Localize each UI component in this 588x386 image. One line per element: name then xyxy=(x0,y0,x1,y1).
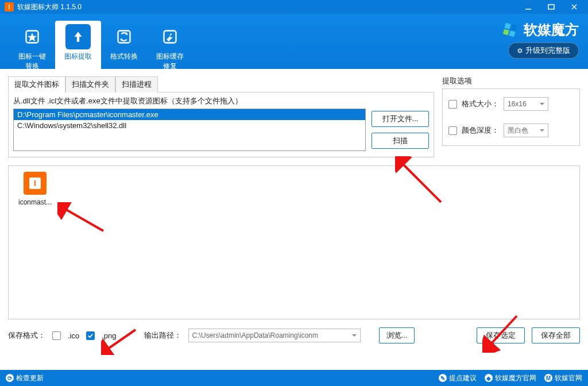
extract-hint: 从.dll文件 .icl文件或者.exe文件中提取资源图标（支持多个文件拖入） xyxy=(13,96,429,106)
png-label: .png xyxy=(102,331,116,340)
status-label: 软媒魔方官网 xyxy=(495,373,536,383)
minimize-button[interactable] xyxy=(517,0,540,14)
brand-area: 软媒魔方 ✡ 升级到完整版 xyxy=(501,21,579,59)
options-title: 提取选项 xyxy=(442,76,580,86)
path-label: 输出路径： xyxy=(144,330,181,341)
refresh-circle-icon: ⟳ xyxy=(6,374,14,382)
toolbar-label: 图标缓存 修复 xyxy=(147,52,193,71)
upgrade-button[interactable]: ✡ 升级到完整版 xyxy=(508,43,579,59)
sub-tabs: 提取文件图标 扫描文件夹 扫描进程 xyxy=(8,76,434,92)
chat-icon: ✎ xyxy=(439,374,447,382)
save-selected-button[interactable]: 保存选定 xyxy=(477,327,525,343)
upgrade-label: 升级到完整版 xyxy=(525,45,570,56)
svg-rect-13 xyxy=(509,30,515,37)
toolbar-label: 图标提取 xyxy=(55,52,101,61)
maximize-button[interactable] xyxy=(540,0,563,14)
ico-checkbox[interactable] xyxy=(52,331,61,340)
depth-checkbox[interactable] xyxy=(448,126,457,135)
depth-label: 颜色深度： xyxy=(462,125,499,136)
tab-icon-replace[interactable]: 图标一键 替换 xyxy=(9,21,55,71)
toolbar-label: 图标一键 替换 xyxy=(9,52,55,71)
check-update-link[interactable]: ⟳检查更新 xyxy=(6,373,44,383)
wrench-icon xyxy=(157,24,183,49)
size-select[interactable]: 16x16 xyxy=(504,97,548,111)
icon-name: iconmast... xyxy=(14,198,56,206)
size-label: 格式大小： xyxy=(462,99,499,109)
icon-result-item[interactable]: I iconmast... xyxy=(14,172,56,206)
png-checkbox[interactable] xyxy=(86,331,95,340)
status-label: 提点建议 xyxy=(449,373,477,383)
preview-panel: I iconmast... xyxy=(8,165,580,319)
status-bar: ⟳检查更新 ✎提点建议 ◆软媒魔方官网 M软媒官网 xyxy=(0,370,588,386)
tab-cache-repair[interactable]: 图标缓存 修复 xyxy=(147,21,193,71)
svg-rect-10 xyxy=(505,23,511,29)
m-icon: M xyxy=(544,374,552,382)
scan-button[interactable]: 扫描 xyxy=(372,133,429,149)
format-label: 保存格式： xyxy=(8,330,45,341)
tab-icon-extract[interactable]: 图标提取 xyxy=(55,21,101,76)
file-item[interactable]: C:\Windows\system32\shell32.dll xyxy=(14,120,365,131)
svg-rect-11 xyxy=(510,25,517,31)
output-path-select[interactable]: C:\Users\admin\AppData\Roaming\iconm xyxy=(188,329,361,342)
svg-rect-1 xyxy=(548,5,554,9)
brand-name: 软媒魔方 xyxy=(524,21,579,39)
ico-label: .ico xyxy=(68,331,79,340)
upload-icon xyxy=(65,24,91,49)
window-title: 软媒图标大师 1.1.5.0 xyxy=(17,2,517,12)
mofang-site-link[interactable]: ◆软媒魔方官网 xyxy=(485,373,536,383)
depth-select[interactable]: 黑白色 xyxy=(504,123,548,137)
svg-marker-5 xyxy=(28,33,37,41)
sparkle-icon: ✡ xyxy=(517,47,523,55)
subtab-scan-process[interactable]: 扫描进程 xyxy=(115,76,158,92)
suggest-link[interactable]: ✎提点建议 xyxy=(439,373,477,383)
content-area: 提取文件图标 扫描文件夹 扫描进程 从.dll文件 .icl文件或者.exe文件… xyxy=(0,69,588,370)
subtab-scan-folder[interactable]: 扫描文件夹 xyxy=(65,76,115,92)
app-icon: I xyxy=(5,2,14,11)
file-list[interactable]: D:\Program Files\pcmaster\iconmaster.exe… xyxy=(13,109,366,151)
open-file-button[interactable]: 打开文件... xyxy=(372,111,429,127)
options-panel: 格式大小： 16x16 颜色深度： 黑白色 xyxy=(442,88,580,146)
close-button[interactable] xyxy=(563,0,586,14)
main-toolbar: 图标一键 替换 图标提取 格式转换 图标缓存 修复 软媒魔方 ✡ 升级到完整版 xyxy=(0,14,588,69)
result-icon: I xyxy=(24,172,47,195)
cube-icon: ◆ xyxy=(485,374,493,382)
star-icon xyxy=(20,24,45,49)
status-label: 检查更新 xyxy=(16,373,44,383)
save-row: 保存格式： .ico .png 输出路径： C:\Users\admin\App… xyxy=(8,327,580,343)
brand-logo-icon xyxy=(501,21,519,39)
size-checkbox[interactable] xyxy=(448,100,457,109)
extract-panel: 从.dll文件 .icl文件或者.exe文件中提取资源图标（支持多个文件拖入） … xyxy=(8,92,434,157)
toolbar-label: 格式转换 xyxy=(101,52,147,61)
subtab-extract-file[interactable]: 提取文件图标 xyxy=(8,76,65,92)
svg-rect-12 xyxy=(503,29,509,35)
browse-button[interactable]: 浏览... xyxy=(379,327,415,343)
save-all-button[interactable]: 保存全部 xyxy=(532,327,580,343)
ruanmei-site-link[interactable]: M软媒官网 xyxy=(544,373,582,383)
refresh-icon xyxy=(111,24,137,49)
svg-text:I: I xyxy=(34,179,36,188)
titlebar: I 软媒图标大师 1.1.5.0 xyxy=(0,0,588,14)
status-label: 软媒官网 xyxy=(555,373,582,383)
tab-format-convert[interactable]: 格式转换 xyxy=(101,21,147,61)
file-item[interactable]: D:\Program Files\pcmaster\iconmaster.exe xyxy=(14,109,365,120)
